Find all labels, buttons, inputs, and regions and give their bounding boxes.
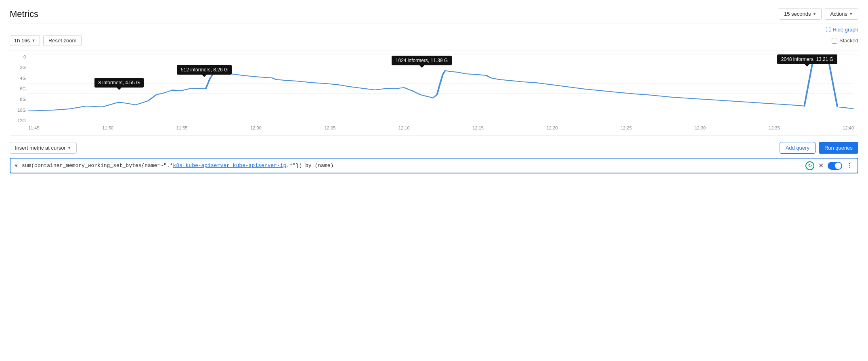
query-row: ▼ sum(container_memory_working_set_bytes… [10,158,858,173]
actions-label: Actions [830,11,847,17]
expand-icon[interactable]: ▼ [14,163,19,169]
query-actions: ↻ ✕ ⋮ [805,161,854,170]
graph-toolbar-left: 1h 16s ▼ Reset zoom [10,35,82,46]
y-label-8g: 8G [20,97,26,102]
stacked-checkbox[interactable] [832,38,837,44]
graph-toolbar-right: Stacked [832,38,858,44]
chevron-down-icon: ▼ [67,146,71,150]
y-label-0: 0 [23,54,26,59]
header-separator [10,23,858,23]
hide-graph-link[interactable]: ⛶ Hide graph [10,27,858,33]
y-label-2g: 2G [20,65,26,70]
x-label: 11:45 [28,125,40,130]
query-toggle[interactable] [828,162,842,170]
stacked-label-text: Stacked [839,38,858,44]
chevron-down-icon: ▼ [849,12,853,16]
refresh-interval-dropdown[interactable]: 15 seconds ▼ [779,8,822,20]
graph-area: 12G 10G 8G 6G 4G 2G 0 [10,50,858,136]
bottom-bar-right: Add query Run queries [780,142,858,154]
x-label: 12:05 [325,125,336,130]
x-label: 12:35 [769,125,780,130]
page-title: Metrics [10,9,38,19]
run-queries-label: Run queries [824,145,853,151]
chevron-down-icon: ▼ [813,12,817,16]
chart-container: 12G 10G 8G 6G 4G 2G 0 [10,54,858,135]
hide-graph-label: Hide graph [832,27,858,33]
x-label: 12:10 [398,125,410,130]
y-axis: 12G 10G 8G 6G 4G 2G 0 [10,54,28,123]
graph-icon: ⛶ [826,27,831,33]
x-label: 12:25 [621,125,632,130]
insert-metric-button[interactable]: Insert metric at cursor ▼ [10,142,77,154]
insert-metric-area: Insert metric at cursor ▼ [10,142,77,154]
query-text-after: .*"}) by (name) [286,163,333,169]
query-input-field[interactable]: sum(container_memory_working_set_bytes{n… [22,163,802,169]
insert-metric-label: Insert metric at cursor [15,145,66,151]
add-query-label: Add query [786,145,809,151]
chart-svg [28,54,854,123]
reset-zoom-label: Reset zoom [48,38,76,44]
chevron-down-icon: ▼ [31,38,36,43]
y-label-4g: 4G [20,76,26,81]
x-axis: 11:45 11:50 11:55 12:00 12:05 12:10 12:1… [28,124,854,135]
y-label-10g: 10G [17,108,26,113]
reset-zoom-button[interactable]: Reset zoom [43,35,82,46]
actions-dropdown[interactable]: Actions ▼ [825,8,858,20]
bottom-bar: Insert metric at cursor ▼ Add query Run … [10,142,858,154]
query-link[interactable]: k8s_kube-apiserver_kube-apiserver-ip [173,163,286,169]
x-label: 11:55 [176,125,188,130]
query-text-before: sum(container_memory_working_set_bytes{n… [22,163,173,169]
run-queries-button[interactable]: Run queries [819,142,858,154]
graph-toolbar: 1h 16s ▼ Reset zoom Stacked [10,35,858,46]
x-label: 11:50 [102,125,113,130]
x-label: 12:15 [472,125,484,130]
x-label: 12:00 [250,125,262,130]
refresh-icon[interactable]: ↻ [805,161,814,170]
refresh-interval-label: 15 seconds [784,11,811,17]
chart-inner: 8 informers, 4.55 G 512 informers, 8.26 … [28,54,854,123]
time-range-label: 1h 16s [14,38,30,44]
time-range-dropdown[interactable]: 1h 16s ▼ [10,35,40,46]
y-label-12g: 12G [17,118,26,123]
add-query-button[interactable]: Add query [780,142,816,154]
x-label: 12:30 [695,125,706,130]
close-icon[interactable]: ✕ [817,161,825,170]
page-header: Metrics 15 seconds ▼ Actions ▼ [10,8,858,20]
stacked-toggle-label[interactable]: Stacked [832,38,858,44]
y-label-6g: 6G [20,86,26,91]
header-controls: 15 seconds ▼ Actions ▼ [779,8,858,20]
more-options-icon[interactable]: ⋮ [845,161,854,170]
x-label: 12:20 [547,125,558,130]
x-label: 12:40 [843,125,854,130]
